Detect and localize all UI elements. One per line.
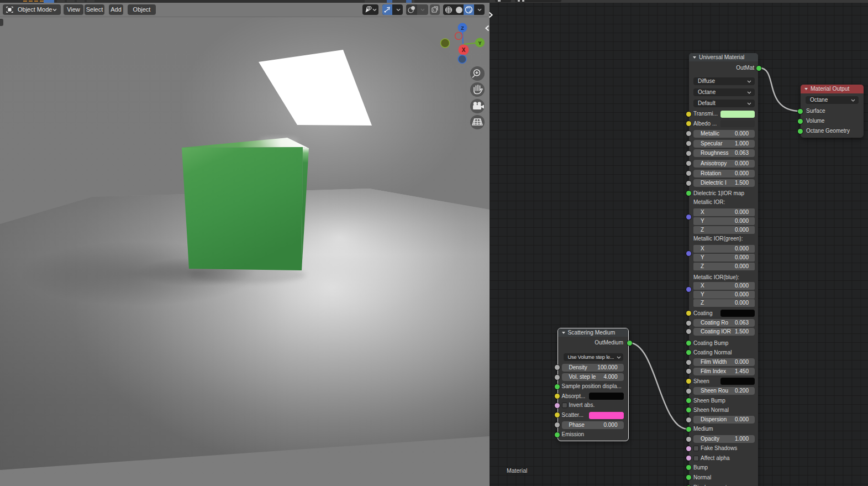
svg-text:X: X — [462, 47, 466, 53]
svg-text:Z: Z — [461, 25, 464, 31]
svg-text:Y: Y — [478, 40, 481, 46]
